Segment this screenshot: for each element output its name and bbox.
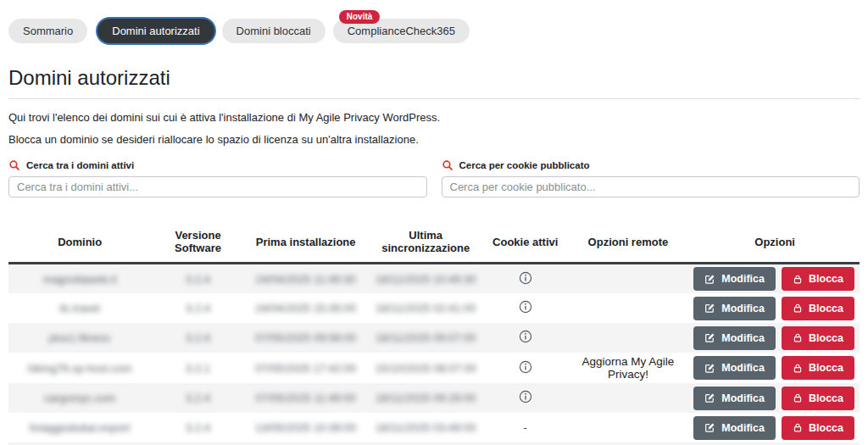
modifica-button[interactable]: Modifica bbox=[693, 356, 776, 380]
row-actions: Modifica Blocca bbox=[693, 297, 856, 320]
modifica-button[interactable]: Modifica bbox=[693, 267, 776, 291]
version-value: 3.2.4 bbox=[186, 392, 210, 404]
search-cookies-label: Cerca per cookie pubblicato bbox=[459, 160, 590, 170]
table-row: liviaggiodubai.export 3.2.4 13/05/2025 1… bbox=[8, 413, 860, 442]
last-sync-value: 15/10/2025 08:07:00 bbox=[376, 362, 476, 375]
tab-domini-bloccati[interactable]: Domini bloccati bbox=[222, 19, 326, 43]
blocca-label: Blocca bbox=[809, 303, 843, 314]
lock-icon bbox=[793, 392, 803, 403]
search-cookies-input[interactable] bbox=[442, 176, 860, 197]
remote-option-text: Aggiorna My Agile Privacy! bbox=[582, 355, 675, 381]
cookie-info-icon[interactable] bbox=[519, 330, 532, 343]
version-value: 3.2.4 bbox=[186, 273, 210, 286]
col-header-dominio: Dominio bbox=[8, 221, 151, 264]
modifica-button[interactable]: Modifica bbox=[693, 297, 776, 320]
version-value: 3.2.4 bbox=[186, 331, 210, 344]
col-header-opzioni: Opzioni bbox=[690, 221, 860, 264]
first-install-value: 07/05/2025 11:49:00 bbox=[256, 392, 356, 404]
lock-icon bbox=[793, 303, 803, 314]
table-header-row: Dominio Versione Software Prima installa… bbox=[8, 221, 860, 264]
cookie-info-icon[interactable] bbox=[519, 360, 532, 374]
description-line-2: Blocca un dominio se desideri riallocare… bbox=[8, 133, 860, 146]
modifica-label: Modifica bbox=[721, 422, 765, 434]
modifica-label: Modifica bbox=[721, 392, 765, 404]
modifica-label: Modifica bbox=[721, 303, 765, 314]
modifica-button[interactable]: Modifica bbox=[693, 387, 776, 410]
search-cookies-group: Cerca per cookie pubblicato bbox=[442, 159, 860, 197]
table-row: hiking76.sp-host.com 3.2.1 07/05/2025 17… bbox=[8, 353, 860, 383]
tab-bar: Sommario Domini autorizzati Domini blocc… bbox=[8, 19, 860, 43]
search-row: Cerca tra i domini attivi Cerca per cook… bbox=[8, 159, 860, 197]
lock-icon bbox=[793, 422, 803, 433]
domain-value: ilc.travel bbox=[59, 302, 100, 314]
first-install-value: 07/05/2025 17:42:00 bbox=[255, 362, 356, 375]
edit-icon bbox=[704, 332, 715, 343]
blocca-button[interactable]: Blocca bbox=[782, 297, 854, 320]
page-title: Domini autorizzati bbox=[8, 66, 860, 90]
row-actions: Modifica Blocca bbox=[693, 387, 856, 410]
cookie-info-icon[interactable] bbox=[519, 390, 532, 403]
tab-domini-autorizzati[interactable]: Domini autorizzati bbox=[97, 19, 214, 43]
cookie-info-icon[interactable] bbox=[519, 300, 532, 314]
first-install-value: 07/05/2025 09:56:00 bbox=[255, 331, 356, 344]
domain-value: cargomyc.com bbox=[44, 392, 116, 404]
row-actions: Modifica Blocca bbox=[693, 356, 856, 380]
modifica-button[interactable]: Modifica bbox=[693, 416, 776, 440]
blocca-button[interactable]: Blocca bbox=[782, 387, 854, 410]
domain-value: liviaggiodubai.export bbox=[30, 421, 131, 434]
search-domains-input[interactable] bbox=[8, 176, 427, 197]
modifica-label: Modifica bbox=[721, 362, 765, 374]
last-sync-value: 18/11/2025 02:41:00 bbox=[376, 302, 476, 314]
blocca-button[interactable]: Blocca bbox=[782, 356, 854, 380]
first-install-value: 24/04/2025 11:49:30 bbox=[256, 273, 356, 286]
table-row: ilc.travel 3.2.4 24/04/2025 15:35:00 18/… bbox=[8, 293, 860, 323]
blocca-label: Blocca bbox=[809, 273, 843, 285]
modifica-label: Modifica bbox=[721, 273, 765, 285]
col-header-prima-installazione: Prima installazione bbox=[245, 221, 367, 264]
blocca-button[interactable]: Blocca bbox=[782, 267, 854, 291]
search-icon bbox=[442, 159, 453, 171]
last-sync-value: 18/11/2025 03:49:00 bbox=[376, 421, 476, 434]
domain-value: magnoliaweb.it bbox=[43, 273, 117, 286]
blocca-label: Blocca bbox=[809, 422, 843, 434]
tab-sommario[interactable]: Sommario bbox=[8, 19, 87, 43]
modifica-button[interactable]: Modifica bbox=[693, 326, 776, 350]
row-actions: Modifica Blocca bbox=[693, 416, 856, 440]
first-install-value: 24/04/2025 15:35:00 bbox=[255, 302, 356, 314]
col-header-versione: Versione Software bbox=[151, 221, 244, 264]
search-cookies-label-row: Cerca per cookie pubblicato bbox=[442, 159, 860, 171]
lock-icon bbox=[793, 332, 803, 343]
tab-compliancecheck365[interactable]: Novità ComplianceCheck365 bbox=[333, 19, 470, 43]
search-domains-label: Cerca tra i domini attivi bbox=[26, 160, 134, 170]
col-header-opzioni-remote: Opzioni remote bbox=[566, 221, 691, 264]
lock-icon bbox=[793, 363, 803, 374]
search-domains-group: Cerca tra i domini attivi bbox=[8, 159, 427, 197]
page-container: Sommario Domini autorizzati Domini blocc… bbox=[0, 19, 868, 445]
title-divider bbox=[8, 98, 860, 99]
lock-icon bbox=[793, 274, 803, 285]
edit-icon bbox=[704, 363, 715, 374]
col-header-ultima-sincronizzazione: Ultima sincronizzazione bbox=[367, 221, 485, 264]
blocca-button[interactable]: Blocca bbox=[782, 326, 854, 350]
blocca-button[interactable]: Blocca bbox=[782, 416, 854, 440]
version-value: 3.2.4 bbox=[186, 302, 210, 314]
blocca-label: Blocca bbox=[809, 392, 843, 404]
modifica-label: Modifica bbox=[721, 332, 765, 344]
search-icon bbox=[8, 159, 20, 171]
last-sync-value: 18/11/2025 10:49:30 bbox=[376, 273, 476, 286]
last-sync-value: 18/11/2025 09:29:00 bbox=[376, 392, 476, 404]
domains-table: Dominio Versione Software Prima installa… bbox=[8, 221, 860, 445]
novita-badge: Novità bbox=[339, 10, 381, 24]
cookie-info-icon[interactable] bbox=[519, 271, 532, 285]
row-actions: Modifica Blocca bbox=[693, 326, 856, 350]
table-row: cargomyc.com 3.2.4 07/05/2025 11:49:00 1… bbox=[8, 383, 860, 413]
table-row: magnoliaweb.it 3.2.4 24/04/2025 11:49:30… bbox=[8, 264, 860, 294]
version-value: 3.2.1 bbox=[186, 362, 210, 375]
edit-icon bbox=[704, 274, 715, 285]
search-domains-label-row: Cerca tra i domini attivi bbox=[8, 159, 427, 171]
description-line-1: Qui trovi l'elenco dei domini sui cui è … bbox=[8, 111, 860, 124]
blocca-label: Blocca bbox=[809, 362, 843, 374]
blocca-label: Blocca bbox=[809, 332, 843, 344]
table-row: plus1.fitness 3.2.4 07/05/2025 09:56:00 … bbox=[8, 323, 860, 353]
first-install-value: 13/05/2025 10:39:00 bbox=[255, 421, 356, 434]
